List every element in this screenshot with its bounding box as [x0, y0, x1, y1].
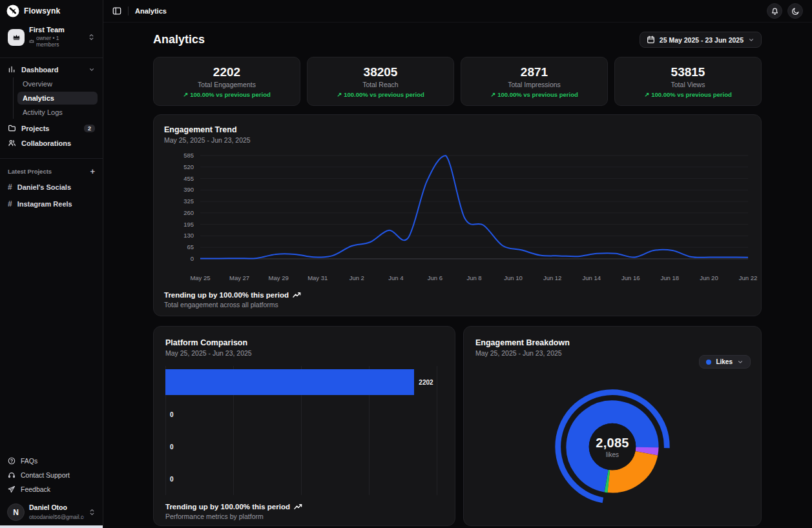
footer-link-label: Contact Support: [21, 471, 70, 479]
sidebar-item-overview[interactable]: Overview: [17, 77, 98, 90]
sidebar-item-activity-logs[interactable]: Activity Logs: [17, 106, 98, 119]
x-tick-label: May 27: [229, 274, 249, 281]
user-email: otoodaniel56@gmail.com: [29, 514, 84, 520]
sidebar-item-projects[interactable]: Projects 2: [5, 121, 98, 136]
date-range-value: 25 May 2025 - 23 Jun 2025: [660, 36, 744, 44]
bar-row: 0: [165, 431, 437, 463]
sidebar-item-collaborations[interactable]: Collaborations: [5, 136, 98, 150]
svg-text:585: 585: [183, 152, 194, 159]
bar-row: 2202: [165, 366, 437, 398]
x-tick-label: May 31: [307, 274, 328, 281]
theme-toggle-button[interactable]: [787, 3, 803, 19]
chevrons-up-down-icon: [88, 33, 95, 41]
team-switcher[interactable]: First Team owner • 1 members: [4, 23, 99, 51]
sidebar-item-daniels-socials[interactable]: # Daniel's Socials: [0, 179, 103, 196]
brand-name: Flowsynk: [24, 6, 60, 15]
x-tick-label: Jun 22: [739, 274, 758, 281]
sidebar-item-dashboard[interactable]: Dashboard: [5, 62, 98, 77]
team-name: First Team: [29, 26, 65, 34]
stat-delta: 100.00% vs previous period: [651, 91, 732, 98]
avatar: N: [7, 503, 25, 521]
sidebar-item-label: Projects: [21, 125, 49, 132]
chart-footer-bold: Trending up by 100.00% this period: [164, 291, 289, 299]
svg-text:390: 390: [183, 186, 194, 193]
sidebar-item-label: Dashboard: [21, 66, 58, 74]
date-range-picker[interactable]: 25 May 2025 - 23 Jun 2025: [640, 32, 762, 48]
metric-select[interactable]: Likes: [699, 355, 751, 369]
team-meta: owner • 1 members: [36, 35, 83, 48]
bar-value-label: 0: [170, 476, 174, 483]
svg-text:520: 520: [183, 163, 194, 170]
stat-delta: 100.00% vs previous period: [344, 91, 424, 98]
content: Analytics 25 May 2025 - 23 Jun 2025 2202…: [153, 23, 762, 526]
divider: [0, 57, 103, 58]
users-icon: [8, 139, 16, 147]
stat-label: Total Engagements: [198, 81, 256, 88]
x-tick-label: Jun 16: [621, 274, 640, 281]
svg-text:455: 455: [183, 175, 194, 182]
scrollbar[interactable]: [0, 525, 103, 528]
stat-label: Total Reach: [362, 81, 398, 88]
chevron-down-icon: [737, 359, 744, 365]
chart-footer-sub: Total engagement across all platforms: [164, 301, 751, 309]
x-tick-label: Jun 12: [543, 274, 562, 281]
stats-row: 2202 Total Engagements ↗100.00% vs previ…: [153, 57, 762, 106]
donut-chart[interactable]: 2,085 likes: [549, 383, 676, 510]
stat-value: 38205: [364, 65, 398, 79]
stat-value: 2871: [521, 65, 548, 79]
svg-text:130: 130: [183, 232, 194, 239]
line-chart[interactable]: 065130195260325390455520585: [164, 152, 752, 270]
x-tick-label: Jun 18: [661, 274, 680, 281]
x-tick-label: Jun 2: [349, 274, 364, 281]
chart-footer-bold: Trending up by 100.00% this period: [165, 503, 290, 511]
latest-projects-header: Latest Projects +: [0, 163, 103, 179]
bar-value-label: 0: [170, 411, 174, 418]
divider: [0, 158, 103, 159]
sidebar-item-label: Collaborations: [21, 139, 71, 147]
flowsynk-logo-icon: [6, 5, 19, 17]
stat-delta: 100.00% vs previous period: [497, 91, 578, 98]
calendar-icon: [647, 36, 655, 44]
metric-select-value: Likes: [716, 358, 733, 365]
chevron-down-icon: [88, 66, 95, 73]
stat-value: 2202: [213, 65, 240, 79]
footer-link-label: Feedback: [21, 485, 50, 493]
trend-arrow-icon: ↗: [337, 91, 342, 98]
svg-text:65: 65: [187, 243, 194, 250]
chart-title: Engagement Trend: [164, 125, 751, 134]
sidebar-item-instagram-reels[interactable]: # Instagram Reels: [0, 196, 103, 212]
stat-label: Total Impressions: [508, 81, 561, 88]
x-tick-label: May 25: [190, 274, 210, 281]
project-label: Instagram Reels: [17, 200, 72, 208]
sidebar-toggle-icon[interactable]: [112, 6, 121, 15]
stat-value: 53815: [671, 65, 705, 79]
x-tick-label: Jun 6: [428, 274, 442, 281]
bar-chart[interactable]: 2202000: [165, 366, 437, 495]
send-icon: [8, 485, 16, 493]
help-circle-icon: [8, 457, 16, 465]
trend-arrow-icon: ↗: [490, 91, 495, 98]
bar[interactable]: [165, 369, 414, 395]
chart-footer-sub: Performance metrics by platform: [165, 513, 443, 520]
gridline: [437, 366, 437, 495]
svg-text:195: 195: [183, 221, 194, 228]
sidebar-item-faqs[interactable]: FAQs: [0, 454, 103, 468]
project-label: Daniel's Socials: [17, 183, 71, 191]
folder-icon: [8, 124, 16, 132]
x-tick-label: Jun 10: [504, 274, 523, 281]
trend-arrow-icon: ↗: [644, 91, 649, 98]
x-tick-label: Jun 8: [466, 274, 481, 281]
team-avatar-crown-icon: [8, 29, 25, 46]
notifications-button[interactable]: [767, 3, 782, 19]
sidebar-item-feedback[interactable]: Feedback: [0, 482, 103, 496]
svg-text:0: 0: [191, 255, 194, 262]
divider: [128, 6, 129, 15]
platform-comparison-card: Platform Comparison May 25, 2025 - Jun 2…: [153, 326, 455, 526]
add-project-button[interactable]: +: [90, 168, 95, 175]
brand: Flowsynk: [0, 0, 103, 22]
sidebar-item-contact-support[interactable]: Contact Support: [0, 468, 103, 482]
user-menu[interactable]: N Daniel Otoo otoodaniel56@gmail.com: [4, 502, 99, 523]
sidebar-item-analytics[interactable]: Analytics: [17, 92, 98, 105]
engagement-trend-card: Engagement Trend May 25, 2025 - Jun 23, …: [153, 114, 762, 316]
legend-dot-icon: [706, 360, 711, 365]
